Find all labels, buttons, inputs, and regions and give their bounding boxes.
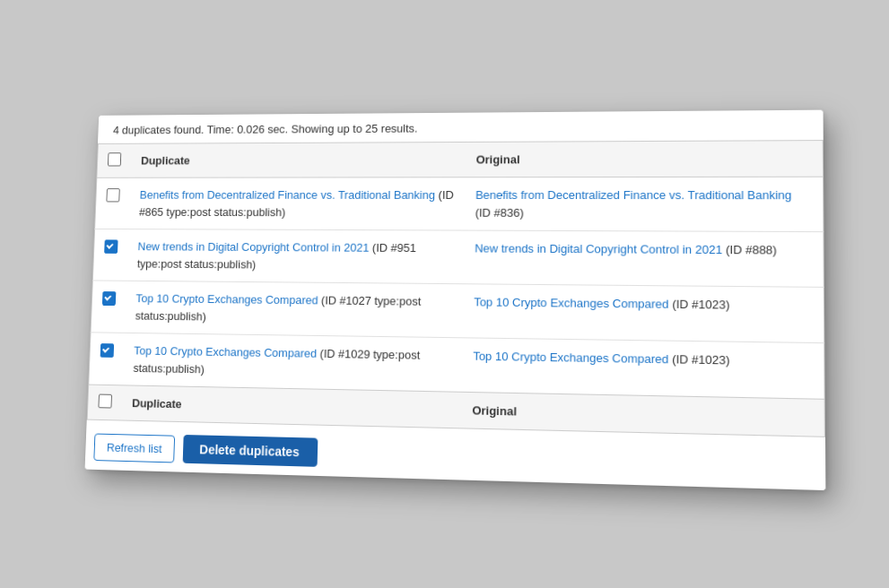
row-2-original-meta: (ID #1023) [668, 298, 729, 312]
status-text: 4 duplicates found. Time: 0.026 sec. Sho… [112, 122, 417, 136]
row-2-duplicate-cell: Top 10 Crypto Exchanges Compared (ID #10… [124, 281, 463, 338]
footer-checkbox-cell [87, 385, 122, 420]
footer-select-all-checkbox[interactable] [98, 394, 112, 409]
row-3-checkbox[interactable] [100, 343, 114, 358]
row-0-duplicate-cell: Benefits from Decentralized Finance vs. … [128, 177, 465, 230]
row-2-checkbox[interactable] [101, 291, 115, 306]
row-3-duplicate-link[interactable]: Top 10 Crypto Exchanges Compared [134, 344, 317, 360]
row-3-duplicate-cell: Top 10 Crypto Exchanges Compared (ID #10… [122, 333, 462, 392]
row-1-original-link[interactable]: New trends in Digital Copyright Control … [474, 242, 721, 257]
row-1-original-meta: (ID #888) [722, 243, 777, 257]
delete-duplicates-button[interactable]: Delete duplicates [182, 435, 318, 467]
delete-button-label: Delete duplicates [199, 442, 300, 459]
row-0-duplicate-link[interactable]: Benefits from Decentralized Finance vs. … [139, 188, 435, 202]
row-2-checkbox-cell [91, 281, 126, 333]
duplicates-table: Duplicate Original Benefits from Decentr… [86, 140, 824, 437]
row-3-original-cell: Top 10 Crypto Exchanges Compared (ID #10… [461, 338, 824, 400]
select-all-checkbox[interactable] [107, 152, 120, 166]
row-0-checkbox[interactable] [106, 188, 119, 202]
row-1-checkbox-cell [92, 229, 128, 281]
row-2-original-link[interactable]: Top 10 Crypto Exchanges Compared [474, 295, 669, 311]
row-2-duplicate-link[interactable]: Top 10 Crypto Exchanges Compared [135, 291, 318, 307]
refresh-button[interactable]: Refresh list [93, 433, 175, 463]
header-checkbox-cell [96, 143, 131, 177]
row-3-original-link[interactable]: Top 10 Crypto Exchanges Compared [473, 350, 668, 367]
row-2-original-cell: Top 10 Crypto Exchanges Compared (ID #10… [462, 284, 824, 343]
main-panel: 4 duplicates found. Time: 0.026 sec. Sho… [84, 110, 825, 490]
row-3-original-meta: (ID #1023) [668, 352, 729, 368]
row-1-duplicate-link[interactable]: New trends in Digital Copyright Control … [137, 240, 369, 255]
header-duplicate-col: Duplicate [130, 142, 466, 177]
row-1-checkbox[interactable] [104, 239, 118, 253]
table-row: New trends in Digital Copyright Control … [92, 229, 824, 287]
row-3-checkbox-cell [88, 333, 124, 385]
table-row: Benefits from Decentralized Finance vs. … [94, 177, 823, 231]
row-1-duplicate-cell: New trends in Digital Copyright Control … [126, 229, 464, 284]
row-0-original-link[interactable]: Benefits from Decentralized Finance vs. … [475, 188, 791, 202]
row-0-checkbox-cell [94, 177, 130, 229]
row-1-original-cell: New trends in Digital Copyright Control … [463, 230, 824, 287]
panel-wrapper: 4 duplicates found. Time: 0.026 sec. Sho… [77, 110, 813, 478]
row-0-original-meta: (ID #836) [475, 205, 523, 219]
header-original-col: Original [465, 141, 823, 177]
row-0-original-cell: Benefits from Decentralized Finance vs. … [464, 177, 823, 231]
status-bar: 4 duplicates found. Time: 0.026 sec. Sho… [98, 110, 824, 143]
